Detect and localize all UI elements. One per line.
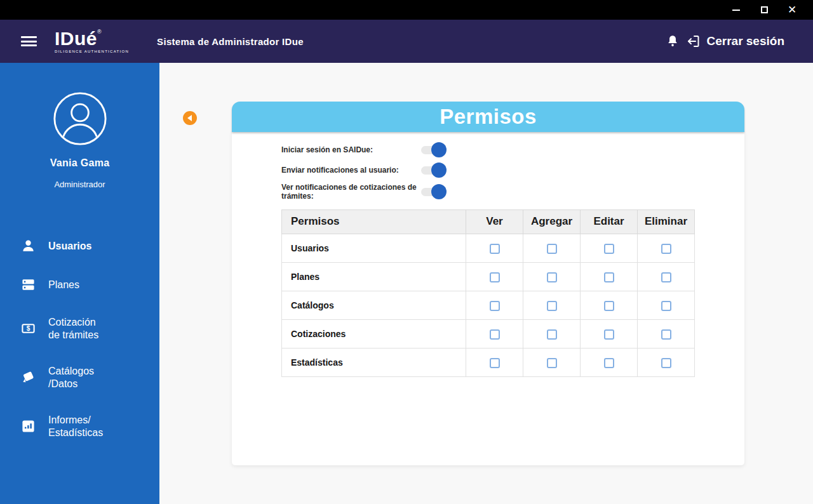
close-button[interactable]: ✕	[783, 3, 802, 18]
close-icon: ✕	[788, 4, 796, 15]
permissions-table: Permisos Ver Agregar Editar Eliminar Usu…	[281, 209, 695, 377]
checkbox-usuarios-agregar[interactable]	[547, 244, 557, 254]
table-row-cotizaciones: Cotizaciones	[282, 319, 695, 348]
users-icon	[21, 239, 36, 253]
checkbox-planes-agregar[interactable]	[547, 272, 557, 282]
toggle-row-iniciar-sesion: Iniciar sesión en SAIDue:	[281, 142, 744, 157]
app-header: IDué® DILIGENCE AUTHENTICATION Sistema d…	[0, 20, 813, 63]
logo-text: IDué	[55, 28, 97, 49]
table-header-row: Permisos Ver Agregar Editar Eliminar	[282, 209, 695, 234]
column-header-permisos: Permisos	[282, 209, 466, 234]
main-content: Permisos Iniciar sesión en SAIDue: Envia…	[159, 63, 813, 504]
column-header-editar: Editar	[581, 209, 638, 234]
sidebar-item-informes-estadisticas[interactable]: Informes/ Estadísticas	[21, 414, 159, 439]
back-button[interactable]	[183, 111, 197, 125]
checkbox-cotizaciones-editar[interactable]	[604, 329, 614, 340]
toggle-label: Ver notificaciones de cotizaciones de tr…	[281, 183, 421, 201]
checkbox-planes-editar[interactable]	[604, 272, 614, 282]
app-logo: IDué® DILIGENCE AUTHENTICATION	[55, 29, 129, 53]
toggle-ver-notificaciones[interactable]	[421, 188, 445, 196]
back-arrow-icon	[187, 115, 192, 121]
row-label: Cotizaciones	[282, 319, 466, 348]
catalogs-icon	[21, 370, 36, 385]
user-name: Vania Gama	[50, 157, 110, 169]
os-title-bar: ✕	[0, 0, 813, 20]
minimize-button[interactable]	[727, 3, 746, 18]
checkbox-cotizaciones-agregar[interactable]	[547, 329, 557, 340]
checkbox-catalogos-agregar[interactable]	[547, 301, 557, 311]
notifications-bell-icon[interactable]	[666, 34, 680, 49]
table-row-planes: Planes	[282, 262, 695, 291]
table-row-usuarios: Usuarios	[282, 234, 695, 262]
sidebar-item-usuarios[interactable]: Usuarios	[21, 239, 159, 253]
minimize-icon	[732, 10, 740, 11]
checkbox-estadisticas-editar[interactable]	[604, 358, 614, 368]
toggle-enviar-notificaciones[interactable]	[421, 166, 445, 175]
maximize-icon	[761, 6, 768, 13]
money-quote-icon: $	[21, 321, 36, 336]
toggle-iniciar-sesion[interactable]	[421, 146, 445, 154]
row-label: Catálogos	[282, 291, 466, 319]
panel-header: Permisos	[232, 102, 744, 132]
table-row-catalogos: Catálogos	[282, 291, 695, 319]
toggle-knob	[431, 142, 447, 157]
plans-icon	[21, 277, 36, 292]
checkbox-usuarios-editar[interactable]	[604, 244, 614, 254]
toggle-knob	[431, 162, 447, 178]
permissions-panel: Permisos Iniciar sesión en SAIDue: Envia…	[232, 102, 744, 465]
app-subtitle: Sistema de Administrador IDue	[157, 36, 304, 47]
table-row-estadisticas: Estadísticas	[282, 348, 695, 376]
checkbox-usuarios-ver[interactable]	[490, 244, 500, 254]
sidebar-nav: Usuarios Planes $	[0, 239, 159, 439]
hamburger-menu-icon[interactable]	[21, 36, 37, 46]
column-header-eliminar: Eliminar	[638, 209, 695, 234]
user-role: Administrador	[54, 180, 105, 189]
checkbox-cotizaciones-ver[interactable]	[490, 329, 500, 340]
row-label: Planes	[282, 262, 466, 291]
logout-button[interactable]: Cerrar sesión	[706, 34, 784, 48]
maximize-button[interactable]	[755, 3, 774, 18]
row-label: Usuarios	[282, 234, 466, 262]
registered-mark: ®	[97, 29, 102, 35]
checkbox-catalogos-eliminar[interactable]	[661, 301, 671, 311]
sidebar: Vania Gama Administrador Usuarios	[0, 63, 159, 504]
toggle-row-enviar-notificaciones: Enviar notificaciones al usuario:	[281, 162, 744, 178]
sidebar-item-cotizacion-de-tramites[interactable]: $ Cotización de trámites	[21, 316, 159, 341]
panel-body: Iniciar sesión en SAIDue: Enviar notific…	[232, 132, 744, 465]
column-header-ver: Ver	[466, 209, 523, 234]
logo-tagline: DILIGENCE AUTHENTICATION	[55, 50, 129, 53]
logout-icon[interactable]	[686, 34, 701, 49]
svg-text:$: $	[27, 325, 30, 332]
toggle-row-ver-notificaciones: Ver notificaciones de cotizaciones de tr…	[281, 183, 744, 201]
column-header-agregar: Agregar	[523, 209, 581, 234]
toggle-label: Iniciar sesión en SAIDue:	[281, 145, 421, 154]
sidebar-item-catalogos-datos[interactable]: Catálogos /Datos	[21, 365, 159, 390]
toggle-knob	[431, 184, 447, 199]
sidebar-item-planes[interactable]: Planes	[21, 277, 159, 292]
checkbox-planes-ver[interactable]	[490, 272, 500, 282]
checkbox-estadisticas-ver[interactable]	[490, 358, 500, 368]
user-avatar-icon	[53, 91, 107, 146]
checkbox-estadisticas-agregar[interactable]	[547, 358, 557, 368]
checkbox-estadisticas-eliminar[interactable]	[661, 358, 671, 368]
checkbox-catalogos-ver[interactable]	[490, 301, 500, 311]
bar-chart-icon	[21, 419, 36, 434]
checkbox-planes-eliminar[interactable]	[661, 272, 671, 282]
checkbox-cotizaciones-eliminar[interactable]	[661, 329, 671, 340]
toggle-label: Enviar notificaciones al usuario:	[281, 166, 421, 175]
checkbox-usuarios-eliminar[interactable]	[661, 244, 671, 254]
panel-title: Permisos	[440, 105, 537, 129]
checkbox-catalogos-editar[interactable]	[604, 301, 614, 311]
row-label: Estadísticas	[282, 348, 466, 376]
